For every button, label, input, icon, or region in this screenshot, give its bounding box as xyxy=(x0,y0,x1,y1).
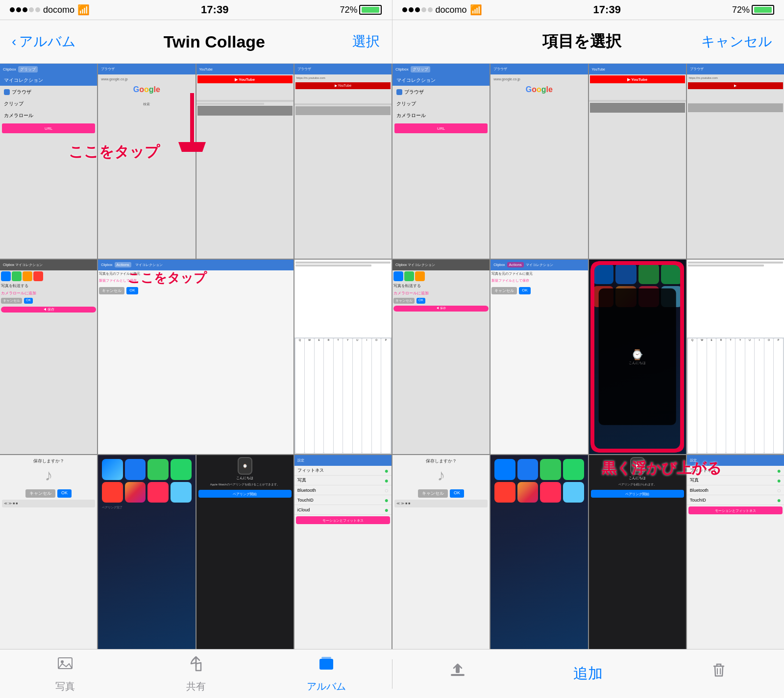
photos-label: 写真 xyxy=(55,680,75,693)
grid-item[interactable]: YouTube ▶ YouTube xyxy=(196,64,294,259)
chevron-left-icon: ‹ xyxy=(12,34,16,49)
grid-item[interactable]: Clipbox マイコレクション 写真を転送する カメラロールに追加 キャンセル… xyxy=(0,260,97,455)
tab-delete[interactable] xyxy=(694,661,743,686)
svg-rect-5 xyxy=(321,657,331,659)
right-panel: Clipbox グリップ マイコレクション ブラウザ クリップ カメラロール U… xyxy=(392,64,784,650)
tab-photos[interactable]: 写真 xyxy=(41,655,90,693)
grid-item[interactable]: YouTube ▶ YouTube xyxy=(589,64,686,259)
status-bar-right: docomo 📶 17:39 72% xyxy=(392,0,784,20)
signal-left xyxy=(10,7,40,12)
grid-item[interactable]: 保存しますか？ ♪ キャンセル OK ≪ ≫ ■ ■ xyxy=(0,455,97,650)
photos-icon xyxy=(56,655,74,677)
time-right: 17:39 xyxy=(593,3,621,16)
tab-bar: 写真 共有 アルバム xyxy=(0,649,784,698)
svg-rect-6 xyxy=(451,674,465,676)
grid-item[interactable]: 保存しますか？ ♪ キャンセル OK ≪ ≫ ■ ■ xyxy=(392,455,490,650)
grid-item[interactable]: Q W E R T Y U I O P xyxy=(294,260,392,455)
left-panel: Clipbox グリップ マイコレクション ブラウザ クリップ カメラロール U… xyxy=(0,64,392,650)
tab-albums[interactable]: アルバム xyxy=(302,655,351,693)
tab-add[interactable]: 追加 xyxy=(564,664,612,684)
wifi-right: 📶 xyxy=(470,4,482,16)
battery-pct-left: 72% xyxy=(340,5,357,15)
grid-item[interactable]: 設定 フィットネス● 写真● Bluetooth○ TouchID● iClou… xyxy=(294,455,392,650)
carrier-left: docomo xyxy=(43,5,74,15)
grid-item[interactable]: Clipbox グリップ マイコレクション ブラウザ クリップ カメラロール U… xyxy=(0,64,97,259)
back-label[interactable]: アルバム xyxy=(19,32,76,51)
battery-pct-right: 72% xyxy=(732,5,750,15)
svg-rect-4 xyxy=(319,659,333,670)
tab-bar-left: 写真 共有 アルバム xyxy=(0,655,392,693)
grid-item[interactable]: Q W E R T Y U I O P xyxy=(687,260,784,455)
grid-item-highlighted[interactable]: ⌚ こんにちは xyxy=(589,260,686,455)
select-items-title: 項目を選択 xyxy=(542,31,621,52)
tab-bar-right: 追加 xyxy=(392,661,784,686)
cancel-button[interactable]: キャンセル xyxy=(701,32,772,51)
carrier-right: docomo xyxy=(436,5,467,15)
grid-item[interactable]: Clipbox マイコレクション 写真を転送する カメラロールに追加 キャンセル… xyxy=(392,260,490,455)
wifi-left: 📶 xyxy=(77,4,90,16)
nav-right: 項目を選択 キャンセル xyxy=(392,20,784,63)
svg-rect-2 xyxy=(58,658,72,669)
grid-item-annotated[interactable]: Clipbox Actions マイコレクション 写真を元のファイルに復元 新規… xyxy=(98,260,294,455)
back-button[interactable]: ‹ アルバム xyxy=(12,32,76,51)
add-label[interactable]: 追加 xyxy=(573,664,603,684)
battery-right xyxy=(752,5,774,15)
upload-icon xyxy=(449,661,466,683)
annotation-tap-here: ここをタップ xyxy=(127,269,207,287)
grid-item[interactable]: ブラウザ https://m.youtube.com ▶ xyxy=(687,64,784,259)
dual-status-bar: docomo 📶 17:39 72% docomo 📶 17:39 72% xyxy=(0,0,784,20)
battery-left xyxy=(359,5,382,15)
shared-icon xyxy=(187,655,205,677)
dual-nav-bar: ‹ アルバム Twin Collage 選択 項目を選択 キャンセル xyxy=(0,20,784,64)
grid-item[interactable]: 設定 フィットネス● 写真● Bluetooth○ TouchID● モーション… xyxy=(687,455,784,650)
delete-icon xyxy=(710,661,728,683)
annotation-rise-black: 黒く浮かび上がる xyxy=(588,458,735,479)
grid-item[interactable]: ⌚ こんにちは Apple Watchのペアリングを続けることができます。 ペア… xyxy=(196,455,294,650)
time-left: 17:39 xyxy=(201,3,228,16)
grid-item[interactable]: Clipbox グリップ マイコレクション ブラウザ クリップ カメラロール U… xyxy=(392,64,490,259)
tab-shared[interactable]: 共有 xyxy=(172,655,220,693)
shared-label: 共有 xyxy=(186,680,206,693)
main-content: Clipbox グリップ マイコレクション ブラウザ クリップ カメラロール U… xyxy=(0,64,784,650)
select-button[interactable]: 選択 xyxy=(352,32,380,51)
albums-icon xyxy=(318,655,335,677)
status-bar-left: docomo 📶 17:39 72% xyxy=(0,0,392,20)
nav-left: ‹ アルバム Twin Collage 選択 xyxy=(0,20,392,63)
page-title: Twin Collage xyxy=(164,32,265,51)
photo-grid-right: Clipbox グリップ マイコレクション ブラウザ クリップ カメラロール U… xyxy=(392,64,784,650)
tab-upload[interactable] xyxy=(433,661,482,686)
grid-item[interactable]: ブラウザ https://m.youtube.com ▶ YouTube xyxy=(294,64,392,259)
grid-item[interactable] xyxy=(490,455,588,650)
grid-item[interactable]: ブラウザ www.google.co.jp Google 検索 xyxy=(98,64,195,259)
grid-item[interactable]: Clipbox Actions マイコレクション 写真を元のファイルに復元 新規… xyxy=(490,260,588,455)
grid-item[interactable]: ⌚ こんにちは ペアリングを続けられます。 ペアリング開始 xyxy=(589,455,686,650)
signal-right xyxy=(402,7,433,12)
albums-label: アルバム xyxy=(307,680,346,693)
photo-grid-left: Clipbox グリップ マイコレクション ブラウザ クリップ カメラロール U… xyxy=(0,64,392,650)
grid-item[interactable]: ブラウザ www.google.co.jp Google xyxy=(490,64,588,259)
svg-point-3 xyxy=(61,660,64,663)
grid-item[interactable]: ペアリング完了 xyxy=(98,455,195,650)
